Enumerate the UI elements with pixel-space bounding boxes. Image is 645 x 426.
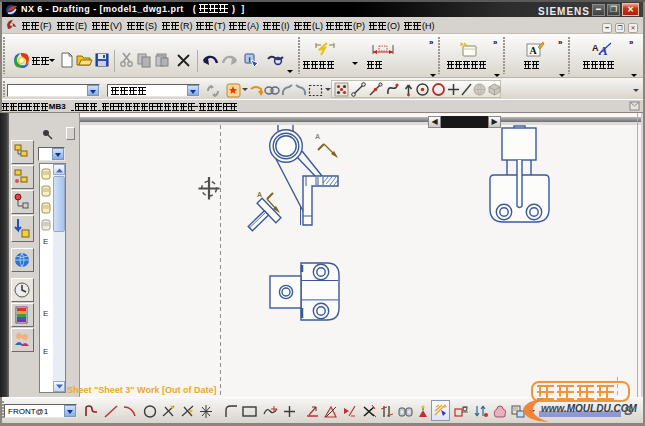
svg-text:www.MOULDU.COM: www.MOULDU.COM <box>541 403 637 414</box>
svg-text:A: A <box>257 191 262 198</box>
svg-text:i: i <box>248 55 250 64</box>
svg-text:S: S <box>624 403 633 418</box>
svg-text:A: A <box>529 45 537 56</box>
svg-text:A: A <box>315 133 320 140</box>
svg-text:A: A <box>592 43 599 53</box>
